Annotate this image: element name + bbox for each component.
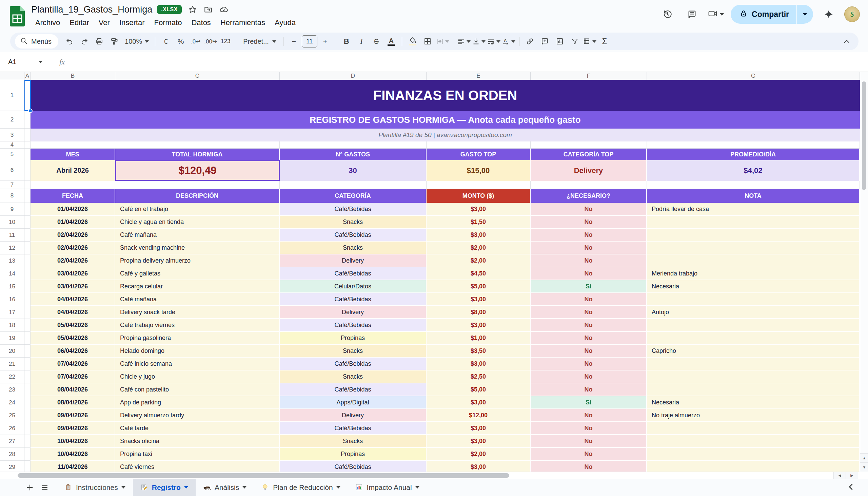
merge-cells-button[interactable]: [435, 34, 450, 48]
cell-amount[interactable]: $2,50: [427, 371, 531, 383]
share-button[interactable]: Compartir: [731, 5, 813, 24]
cell[interactable]: [25, 435, 31, 448]
table-column-header[interactable]: FECHA: [31, 189, 115, 203]
cell-amount[interactable]: $5,00: [427, 383, 531, 396]
cell-description[interactable]: Chicle y agua en tienda: [115, 216, 280, 229]
fill-color-button[interactable]: [405, 34, 420, 48]
cell-note[interactable]: [647, 422, 860, 435]
menu-editar[interactable]: Editar: [65, 17, 93, 29]
cell-amount[interactable]: $3,50: [427, 345, 531, 358]
cell-date[interactable]: 05/04/2026: [31, 332, 115, 345]
sheet-tab-impacto-anual[interactable]: Impacto Anual: [348, 479, 427, 496]
cell[interactable]: [25, 189, 31, 203]
collapse-toolbar-button[interactable]: [839, 34, 854, 48]
cell-necessary[interactable]: No: [531, 422, 647, 435]
row-number[interactable]: 3: [0, 128, 25, 141]
cell[interactable]: [647, 181, 860, 189]
percent-format-button[interactable]: %: [174, 34, 188, 48]
borders-button[interactable]: [420, 34, 435, 48]
cell-amount[interactable]: $2,00: [427, 448, 531, 461]
cell-description[interactable]: Propina taxi: [115, 448, 280, 461]
cell-description[interactable]: Café tarde: [115, 422, 280, 435]
cell-date[interactable]: 11/04/2026: [31, 461, 115, 471]
cell-category[interactable]: Snacks: [280, 345, 427, 358]
cell-description[interactable]: Café con pastelito: [115, 383, 280, 396]
cell[interactable]: [25, 128, 31, 141]
chevron-left-icon[interactable]: [846, 482, 856, 493]
increase-font-size-button[interactable]: +: [318, 34, 332, 48]
cell-category[interactable]: Café/Bebidas: [280, 461, 427, 471]
row-number[interactable]: 8: [0, 189, 25, 203]
summary-value[interactable]: Abril 2026: [31, 160, 115, 181]
cell-category[interactable]: Café/Bebidas: [280, 422, 427, 435]
share-dropdown[interactable]: [797, 5, 813, 24]
summary-value[interactable]: $120,49: [115, 160, 280, 181]
cell-note[interactable]: No traje almuerzo: [647, 409, 860, 422]
cell-note[interactable]: [647, 319, 860, 332]
cell-date[interactable]: 02/04/2026: [31, 242, 115, 254]
cell-necessary[interactable]: No: [531, 293, 647, 306]
menus-search[interactable]: Menús: [15, 34, 58, 48]
column-header-G[interactable]: G: [647, 72, 860, 80]
row-number[interactable]: 18: [0, 319, 25, 332]
cell-date[interactable]: 10/04/2026: [31, 448, 115, 461]
banner-title-cell[interactable]: FINANZAS EN ORDEN: [31, 80, 860, 111]
zoom-control[interactable]: 100%: [122, 34, 151, 48]
cell-amount[interactable]: $12,00: [427, 409, 531, 422]
summary-value[interactable]: 30: [280, 160, 427, 181]
cell-note[interactable]: [647, 332, 860, 345]
cell-note[interactable]: [647, 242, 860, 254]
row-number[interactable]: 11: [0, 229, 25, 242]
version-history-icon[interactable]: [659, 5, 676, 23]
row-number[interactable]: 22: [0, 371, 25, 383]
cell[interactable]: [25, 306, 31, 319]
cell-necessary[interactable]: No: [531, 409, 647, 422]
cell[interactable]: [25, 422, 31, 435]
cell-description[interactable]: Café mañana: [115, 229, 280, 242]
cell-A1-selected[interactable]: [25, 80, 31, 111]
cell-necessary[interactable]: No: [531, 435, 647, 448]
cell-description[interactable]: Delivery almuerzo tardy: [115, 409, 280, 422]
cell-amount[interactable]: $3,00: [427, 319, 531, 332]
cell-necessary[interactable]: No: [531, 332, 647, 345]
cell-necessary[interactable]: No: [531, 371, 647, 383]
cell-amount[interactable]: $1,00: [427, 332, 531, 345]
cell-date[interactable]: 02/04/2026: [31, 229, 115, 242]
text-color-button[interactable]: A: [384, 34, 398, 48]
functions-button[interactable]: Σ: [597, 34, 612, 48]
cell-category[interactable]: Café/Bebidas: [280, 358, 427, 371]
add-sheet-button[interactable]: [22, 480, 37, 495]
paint-format-button[interactable]: [107, 34, 122, 48]
cell[interactable]: [647, 141, 860, 149]
cell-description[interactable]: Propina delivery almuerzo: [115, 254, 280, 267]
cell-note[interactable]: Antojo: [647, 306, 860, 319]
cell-category[interactable]: Café/Bebidas: [280, 229, 427, 242]
cell-description[interactable]: Café viernes: [115, 461, 280, 471]
cell[interactable]: [25, 345, 31, 358]
cell-description[interactable]: Snack vending machine: [115, 242, 280, 254]
column-header-C[interactable]: C: [115, 72, 280, 80]
cell-date[interactable]: 10/04/2026: [31, 435, 115, 448]
row-number[interactable]: 20: [0, 345, 25, 358]
row-number[interactable]: 16: [0, 293, 25, 306]
cell-necessary[interactable]: No: [531, 229, 647, 242]
cell-note[interactable]: [647, 435, 860, 448]
cloud-status-icon[interactable]: [218, 3, 230, 16]
cell-note[interactable]: [647, 216, 860, 229]
cell-necessary[interactable]: No: [531, 242, 647, 254]
text-rotation-button[interactable]: A: [501, 34, 516, 48]
cell-note[interactable]: [647, 461, 860, 471]
cell[interactable]: [25, 203, 31, 216]
summary-header[interactable]: N° GASTOS: [280, 149, 427, 160]
more-formats-button[interactable]: 123: [218, 34, 232, 48]
cell[interactable]: [25, 396, 31, 409]
font-selector[interactable]: Predet...: [240, 34, 280, 48]
table-column-header[interactable]: ¿NECESARIO?: [531, 189, 647, 203]
cell-category[interactable]: Propinas: [280, 332, 427, 345]
redo-button[interactable]: [77, 34, 92, 48]
cell-amount[interactable]: $3,00: [427, 435, 531, 448]
cell-necessary[interactable]: No: [531, 254, 647, 267]
row-number[interactable]: 7: [0, 181, 25, 189]
row-number[interactable]: 12: [0, 242, 25, 254]
cell-date[interactable]: 07/04/2026: [31, 358, 115, 371]
